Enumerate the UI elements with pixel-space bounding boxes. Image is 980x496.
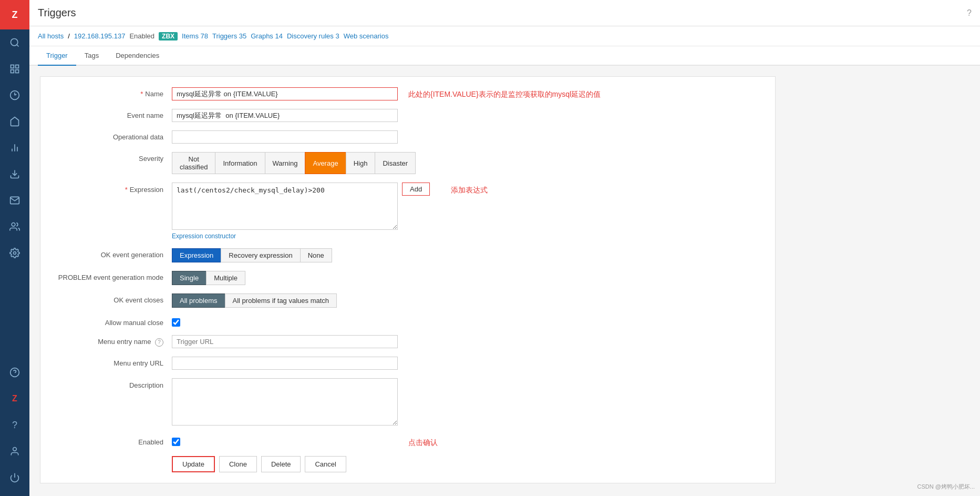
sev-high[interactable]: High [346,152,375,174]
form-container: *Name 此处的{ITEM.VALUE}表示的是监控项获取的mysql延迟的值… [40,76,776,483]
sidebar-icon-download[interactable] [0,161,29,187]
expression-control: last(/centos2/check_mysql_delay)>200 Add… [172,183,430,240]
breadcrumb-web-scenarios[interactable]: Web scenarios [344,32,389,40]
sidebar-nav [0,29,29,359]
menu-entry-name-help-icon[interactable]: ? [155,338,163,347]
sidebar-icon-monitoring[interactable] [0,82,29,108]
update-button[interactable]: Update [172,456,215,472]
menu-entry-name-label: Menu entry name ? [56,335,172,347]
sidebar-icon-mail[interactable] [0,187,29,214]
header: Triggers ? [29,0,980,26]
tab-tags[interactable]: Tags [76,46,107,66]
cancel-button[interactable]: Cancel [305,456,346,472]
form-row-ok-event-closes: OK event closes All problems All problem… [56,293,759,308]
enabled-annotation: 点击确认 [408,436,438,448]
form-row-event-name: Event name [56,109,759,122]
form-row-name: *Name 此处的{ITEM.VALUE}表示的是监控项获取的mysql延迟的值 [56,87,759,100]
breadcrumb-sep1: / [68,32,70,40]
form-row-ok-event-gen: OK event generation Expression Recovery … [56,248,759,262]
problem-event-multiple-btn[interactable]: Multiple [206,271,245,285]
ok-event-recovery-btn[interactable]: Recovery expression [221,248,300,262]
event-name-input[interactable] [172,109,398,122]
sidebar-icon-users[interactable] [0,214,29,240]
name-annotation: 此处的{ITEM.VALUE}表示的是监控项获取的mysql延迟的值 [408,87,601,99]
expression-constructor-link[interactable]: Expression constructor [172,232,236,240]
allow-manual-close-checkbox[interactable] [172,318,180,327]
sidebar-icon-question[interactable]: ? [0,412,29,438]
watermark: CSDN @烤鸭小肥坏... [917,483,975,491]
menu-entry-url-label: Menu entry URL [56,357,172,367]
menu-entry-url-input[interactable] [172,357,398,370]
enabled-label: Enabled [56,436,172,446]
sidebar-logo[interactable]: Z [0,0,29,29]
ok-event-gen-group: Expression Recovery expression None [172,248,398,262]
breadcrumb: All hosts / 192.168.195.137 Enabled ZBX … [29,26,980,46]
sidebar-icon-reports[interactable] [0,135,29,161]
svg-point-0 [11,39,18,46]
event-name-label: Event name [56,109,172,119]
ok-close-tag-values-btn[interactable]: All problems if tag values match [225,293,337,308]
sidebar-icon-user[interactable] [0,438,29,464]
expression-textarea[interactable]: last(/centos2/check_mysql_delay)>200 [172,183,398,230]
content-area: *Name 此处的{ITEM.VALUE}表示的是监控项获取的mysql延迟的值… [29,66,980,496]
ok-event-none-btn[interactable]: None [300,248,332,262]
ok-event-gen-label: OK event generation [56,248,172,259]
expression-annotation: 添加表达式 [451,183,488,195]
header-help-icon[interactable]: ? [967,8,972,18]
form-row-allow-manual-close: Allow manual close [56,316,759,327]
sev-disaster[interactable]: Disaster [375,152,416,174]
description-textarea[interactable] [172,378,398,426]
breadcrumb-items[interactable]: Items 78 [182,32,208,40]
svg-point-17 [13,448,17,451]
allow-manual-close-wrapper [172,316,398,327]
expression-area: last(/centos2/check_mysql_delay)>200 Add [172,183,430,230]
enabled-control [172,436,398,446]
expression-add-button[interactable]: Add [402,183,430,196]
name-control [172,87,398,100]
severity-buttons: Not classified Information Warning Avera… [172,152,398,174]
sidebar-icon-zabbix[interactable]: Z [0,386,29,412]
sev-average[interactable]: Average [305,152,345,174]
svg-rect-2 [11,65,14,68]
tab-dependencies[interactable]: Dependencies [107,46,168,66]
enabled-checkbox[interactable] [172,438,180,446]
svg-rect-3 [16,65,19,68]
sidebar-icon-gear[interactable] [0,240,29,266]
breadcrumb-all-hosts[interactable]: All hosts [38,32,64,40]
tabs: Trigger Tags Dependencies [29,46,980,66]
ok-event-closes-group: All problems All problems if tag values … [172,293,398,308]
delete-button[interactable]: Delete [261,456,301,472]
problem-event-mode-control: Single Multiple [172,271,398,285]
breadcrumb-triggers[interactable]: Triggers 35 [212,32,246,40]
sev-warning[interactable]: Warning [265,152,305,174]
menu-entry-url-control [172,357,398,370]
severity-control: Not classified Information Warning Avera… [172,152,398,174]
problem-event-single-btn[interactable]: Single [172,271,206,285]
problem-event-mode-group: Single Multiple [172,271,398,285]
sidebar: Z Z ? [0,0,29,496]
sidebar-icon-search[interactable] [0,29,29,56]
sev-information[interactable]: Information [215,152,264,174]
breadcrumb-ip[interactable]: 192.168.195.137 [74,32,126,40]
breadcrumb-discovery-rules[interactable]: Discovery rules 3 [287,32,339,40]
severity-label: Severity [56,152,172,163]
tab-trigger[interactable]: Trigger [38,46,76,66]
menu-entry-name-input[interactable] [172,335,398,348]
sidebar-icon-help[interactable] [0,359,29,386]
clone-button[interactable]: Clone [219,456,257,472]
ok-event-expression-btn[interactable]: Expression [172,248,221,262]
ok-close-all-problems-btn[interactable]: All problems [172,293,225,308]
sidebar-bottom: Z ? [0,359,29,496]
breadcrumb-graphs[interactable]: Graphs 14 [251,32,283,40]
description-control [172,378,398,427]
menu-entry-name-control [172,335,398,348]
name-input[interactable] [172,87,398,100]
sidebar-icon-dashboard[interactable] [0,56,29,82]
sev-not-classified[interactable]: Not classified [172,152,215,174]
sidebar-icon-power[interactable] [0,464,29,491]
sidebar-icon-inventory[interactable] [0,108,29,135]
action-buttons: Update Clone Delete Cancel [56,456,759,472]
operational-data-input[interactable] [172,130,398,144]
ok-event-closes-label: OK event closes [56,293,172,304]
form-row-enabled: Enabled 点击确认 [56,436,759,448]
